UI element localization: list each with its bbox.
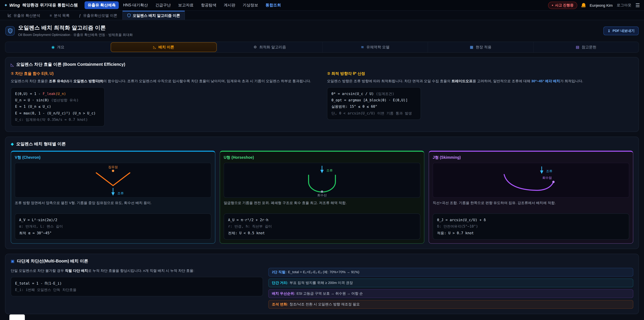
multiboom-formula-column: 단일 오일펜스로 차단 불가할 경우 직렬 다단 배치로 누적 차단 효율을 향… — [11, 268, 263, 296]
collection-point-label: 집유점 — [108, 165, 118, 169]
system-title: 해양환경 위기대응 통합시스템 — [22, 2, 78, 8]
card-title: ◆ 오일펜스 배치 형태별 이론 — [11, 141, 633, 147]
formula-line: E_i: i번째 오일펜스 단독 차단효율 — [15, 287, 254, 293]
formula-line: δ: 안전여유각(5°~10°) — [437, 223, 620, 230]
top-navbar: ✦ Wing 해양환경 위기대응 통합시스템 유출유 확산예측 HNS·대기확산… — [0, 0, 644, 11]
formula-line: 실용범위: 15° ≤ θ ≤ 60° — [332, 104, 412, 110]
page-shield-icon — [5, 26, 15, 36]
tab-label: 유출유 확산분석 — [14, 13, 40, 18]
u-shape-card: U형 (Horseshoe) 조류 회수선 말굽형으로 기름을 완전 포위. 폐… — [220, 151, 424, 244]
section-tab-references[interactable]: ▤ 참고문헌 — [533, 42, 639, 52]
section-tab-overview[interactable]: ◉ 개요 — [5, 42, 110, 52]
u-shape-diagram: 조류 회수선 — [224, 163, 420, 197]
formula-line: θ* = arcsin(U_c / U) (임계조건) — [332, 91, 412, 97]
section-tab-field-application[interactable]: ▦ 현장 적용 — [428, 42, 533, 52]
globe-icon: ◉ — [52, 45, 55, 49]
app-root: ✦ Wing 해양환경 위기대응 통합시스템 유출유 확산예측 HNS·대기확산… — [0, 0, 644, 320]
formula-line: α: 반개각, L: 펜스 길이 — [19, 223, 202, 230]
paragraph: 오일펜스 방향은 조류 방향에 따라 최적화됩니다. 차단 면적과 오일 수집 … — [327, 78, 633, 84]
nav-item-emergency-rescue[interactable]: 긴급구난 — [152, 1, 174, 9]
section-tab-deployment-theory[interactable]: ◺ 배치 이론 — [111, 42, 217, 52]
formula-line: 전제: U < 0.5 knot — [228, 230, 411, 236]
tab-analysis-list[interactable]: ≡ 분석 목록 — [45, 11, 74, 20]
multiboom-notes-column: 2단 직렬:E_total = E₁+E₂-E₁·E₂ (예: 70%+70% … — [268, 268, 633, 309]
logout-button[interactable]: 로그아웃 — [617, 3, 632, 8]
user-name: Eunjeong Kim — [590, 3, 613, 7]
pdf-button-label: PDF 내보내기 — [612, 29, 634, 33]
formula-line: 단, θ < arcsin(U_c/U) 이면 기름 통과 발생 — [332, 110, 412, 117]
subsection-heading: ① 차단 효율 함수 E(θ, U) — [11, 71, 317, 76]
formula-line: A_V = L²·sin(2α)/2 — [19, 217, 202, 223]
card-title: ◺ 오일펜스 차단 효율 이론 (Boom Containment Effici… — [11, 62, 633, 68]
grid-icon: ▦ — [470, 45, 473, 49]
section-tabs: ◉ 개요 ◺ 배치 이론 ⚙ 최적화 알고리즘 ≋ 유체역학 모델 ▦ 현장 적… — [5, 42, 639, 53]
optimal-angle-formula-block: θ* = arcsin(U_c / U) (임계조건) θ_opt = argm… — [327, 87, 421, 120]
section-tab-optimization-algorithm[interactable]: ⚙ 최적화 알고리즘 — [217, 42, 322, 52]
book-icon: ▤ — [576, 45, 579, 49]
nav-item-aerial-search[interactable]: 항공탐색 — [198, 1, 219, 9]
nav-item-board[interactable]: 게시판 — [221, 1, 238, 9]
shape-title: V형 (Chevron) — [15, 155, 211, 160]
current-arrowhead — [111, 192, 115, 195]
formula-line: A_U = π·r²/2 + 2r·h — [228, 217, 411, 223]
ruler-icon: ◺ — [11, 63, 14, 67]
page-subtitle: Oil Boom Deployment Optimization · 유출유 확… — [18, 33, 133, 37]
incident-status-badge[interactable]: ● 사고 진행중 — [548, 2, 578, 9]
diamond-icon: ◆ — [11, 142, 14, 146]
formula-line: 최적 α ≈ 30°~45° — [19, 230, 202, 236]
notification-bell-icon[interactable] — [581, 3, 586, 8]
efficiency-formula-block: E(θ,U) = 1 - F_leak(U_n) U_n = U · sin(θ… — [11, 87, 105, 126]
tab-label: 오일펜스 배치 알고리즘 이론 — [133, 13, 180, 18]
pdf-export-button[interactable]: ↧ PDF 내보내기 — [604, 27, 639, 35]
tab-spill-analysis[interactable]: 유출유 확산분석 — [3, 11, 44, 20]
current-label: 조류 — [546, 169, 552, 173]
paragraph: 단일 오일펜스로 차단 불가할 경우 직렬 다단 배치로 누적 차단 효율을 향… — [11, 268, 263, 273]
recovery-dot — [321, 190, 323, 193]
multiboom-formula-block: E_total = 1 - Π(1-E_i) E_i: i번째 오일펜스 단독 … — [11, 277, 263, 296]
current-arrowhead — [540, 170, 544, 174]
card-title: ▣ 다단계 차단선(Multi-Boom) 배치 이론 — [11, 258, 633, 264]
card-title-text: 오일펜스 차단 효율 이론 (Boom Containment Efficien… — [16, 62, 125, 68]
boom-shapes-card: ◆ 오일펜스 배치 형태별 이론 V형 (Chevron) 집유점 조류 — [5, 136, 639, 249]
gear-icon: ⚙ — [254, 45, 257, 49]
shape-description: 조류 방향 정면에서 양측으로 펼친 V형. 기름을 중앙 집유점으로 유도, … — [15, 200, 211, 210]
formula-line: E(θ,U) = 1 - F_leak(U_n) — [15, 91, 96, 97]
recovery-dot — [552, 181, 554, 183]
section-tab-label: 유체역학 모델 — [366, 45, 390, 50]
tab-boom-algorithm-theory[interactable]: 오일펜스 배치 알고리즘 이론 — [122, 11, 185, 20]
bottom-left-widget[interactable] — [10, 314, 25, 320]
book-icon: ▣ — [11, 259, 14, 263]
shape-title: J형 (Skimming) — [433, 155, 629, 160]
card-title-text: 오일펜스 배치 형태별 이론 — [16, 141, 66, 147]
page-header: 오일펜스 배치 최적화 알고리즘 이론 Oil Boom Deployment … — [0, 20, 644, 41]
formula-line: U_c: 임계유속(약 0.35m/s ≈ 0.7 knot) — [15, 117, 96, 123]
efficiency-function-column: ① 차단 효율 함수 E(θ, U) 오일펜스의 차단 효율은 조류 유속(U)… — [11, 71, 317, 126]
section-tab-hydrodynamics-model[interactable]: ≋ 유체역학 모델 — [322, 42, 428, 52]
formula-line: U_n = U · sin(θ) (법선방향 유속) — [15, 97, 96, 104]
tab-diffusion-model-theory[interactable]: ƒ 유출유확산모델 이론 — [75, 11, 122, 20]
sub-tabbar: 유출유 확산분석 ≡ 분석 목록 ƒ 유출유확산모델 이론 오일펜스 배치 알고… — [0, 11, 644, 20]
page-title: 오일펜스 배치 최적화 알고리즘 이론 — [18, 25, 133, 32]
hamburger-menu-icon[interactable]: ☰ — [636, 3, 640, 8]
paragraph: 오일펜스의 차단 효율은 조류 유속(U)과 오일펜스 방향각(θ)의 함수입니… — [11, 78, 317, 84]
recovery-label: 회수점 — [542, 176, 552, 179]
v-shape-card: V형 (Chevron) 집유점 조류 조류 방향 정면에서 양측으로 펼친 V… — [11, 151, 215, 244]
containment-efficiency-card: ◺ 오일펜스 차단 효율 이론 (Boom Containment Effici… — [5, 57, 639, 132]
nav-item-hns-diffusion[interactable]: HNS·대기확산 — [120, 1, 151, 9]
j-formula-block: θ_J = arcsin(U_c/U) + δ δ: 안전여유각(5°~10°)… — [433, 213, 629, 240]
wave-icon: ≋ — [361, 45, 364, 49]
formula-line: E_total = 1 - Π(1-E_i) — [15, 280, 254, 287]
tab-label: 분석 목록 — [54, 13, 70, 18]
chart-icon — [8, 14, 12, 18]
formula-line: θ_opt = argmax [A_block(θ) · E(θ,U)] — [332, 97, 412, 104]
nav-item-weather[interactable]: 기상정보 — [240, 1, 261, 9]
formula-line: E = max(0, 1 - (U_n/U_c)²) (U_n > U_c) — [15, 110, 96, 117]
section-tab-label: 개요 — [57, 45, 64, 50]
nav-item-reports[interactable]: 보고자료 — [175, 1, 196, 9]
subsection-heading: ② 최적 방향각 θ* 산정 — [327, 71, 633, 76]
nav-item-spill-prediction[interactable]: 유출유 확산예측 — [84, 1, 118, 9]
v-shape-diagram: 집유점 조류 — [15, 163, 211, 197]
nav-item-integrated-search[interactable]: 통합조회 — [262, 1, 284, 9]
function-icon: ƒ — [79, 14, 81, 18]
section-tab-label: 배치 이론 — [158, 45, 174, 50]
